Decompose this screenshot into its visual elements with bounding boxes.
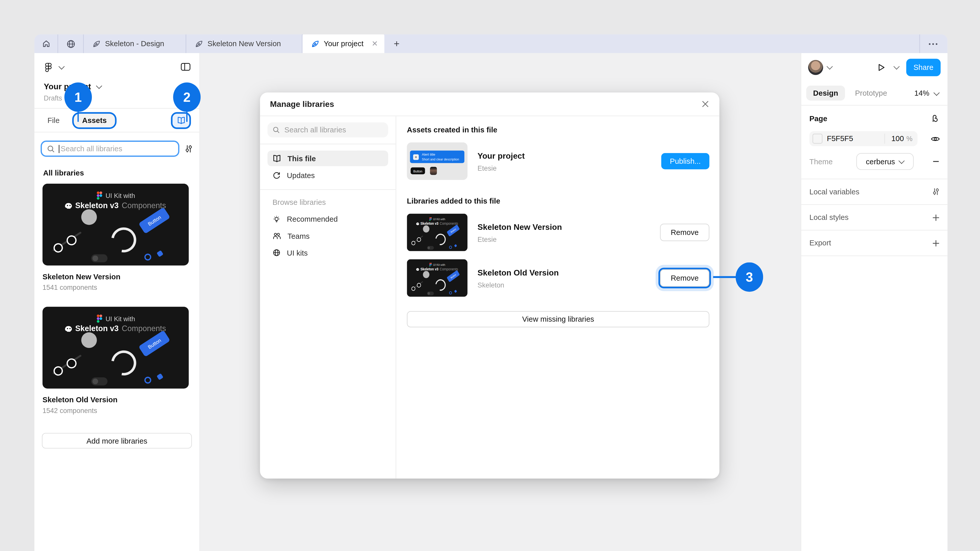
user-avatar[interactable] [808, 60, 823, 75]
nav-item-updates[interactable]: Updates [267, 167, 388, 183]
thumb-radio-shape [145, 377, 151, 384]
zoom-control[interactable]: 14% [915, 89, 942, 97]
figma-mini-logo-icon [96, 191, 102, 200]
thumb-spinner-shape [107, 222, 141, 257]
library-row-skeleton-old-version: UI Kit with Skeleton v3 Components Butto… [407, 259, 709, 297]
present-button[interactable] [877, 63, 886, 71]
filter-button[interactable] [184, 144, 193, 153]
variables-button[interactable] [932, 187, 940, 196]
library-card-skeleton-new-version[interactable]: UI Kit with Skeleton v3 Components Butto… [43, 184, 191, 291]
thumb-checkbox-shape [156, 373, 163, 380]
library-name: Skeleton New Version [477, 222, 650, 232]
close-icon [701, 100, 710, 108]
chevron-down-icon[interactable] [894, 64, 900, 70]
add-style-button[interactable] [932, 213, 940, 221]
view-missing-libraries-button[interactable]: View missing libraries [407, 311, 709, 327]
visibility-toggle[interactable] [931, 135, 940, 143]
local-styles-row[interactable]: Local styles [801, 205, 948, 230]
alert-description: Short and clear description [422, 157, 459, 161]
nav-item-ui-kits[interactable]: UI kits [267, 245, 388, 260]
figma-app: Skeleton - Design Skeleton New Version Y… [0, 0, 980, 551]
tab-design[interactable]: Design [806, 86, 845, 101]
nav-item-this-file[interactable]: This file [267, 151, 388, 166]
skull-icon [65, 202, 72, 209]
tab-your-project[interactable]: Your project ✕ [302, 35, 384, 53]
figma-logo-icon[interactable] [43, 62, 54, 72]
browse-heading: Browse libraries [272, 198, 388, 206]
thumb-slider-shape [51, 353, 83, 375]
libraries-heading: Libraries added to this file [407, 197, 709, 205]
thumb-avatar-shape [81, 209, 97, 225]
divider [801, 256, 948, 256]
tabbar-spacer [409, 35, 919, 53]
share-button[interactable]: Share [906, 59, 941, 76]
community-button[interactable] [58, 35, 83, 53]
thumb-brand-suffix: Components [122, 324, 166, 333]
project-owner: Etesie [477, 164, 651, 171]
plus-icon [932, 213, 940, 221]
export-row[interactable]: Export [801, 230, 948, 256]
text-cursor [59, 144, 59, 153]
people-icon [272, 232, 281, 240]
chevron-down-icon[interactable] [96, 83, 102, 89]
search-placeholder: Search all libraries [284, 125, 346, 134]
search-placeholder: Search all libraries [61, 144, 123, 153]
divider [885, 134, 885, 144]
local-variables-row[interactable]: Local variables [801, 179, 948, 204]
annotation-stem-3 [713, 276, 737, 278]
panel-toggle-icon[interactable] [181, 62, 191, 71]
new-tab-button[interactable]: + [384, 35, 409, 53]
chevron-down-icon[interactable] [59, 63, 65, 69]
remove-button[interactable]: Remove [660, 224, 709, 241]
home-icon [41, 39, 50, 48]
tab-assets[interactable]: Assets [74, 113, 115, 127]
close-tab-icon[interactable]: ✕ [372, 40, 378, 48]
nav-item-teams[interactable]: Teams [267, 228, 388, 244]
tab-prototype[interactable]: Prototype [855, 89, 887, 97]
sliders-icon [184, 144, 193, 153]
thumb-kit-line: UI Kit with [106, 315, 135, 322]
tab-file[interactable]: File [48, 116, 59, 124]
search-input[interactable]: Search all libraries [41, 141, 180, 157]
library-name: Skeleton Old Version [477, 268, 650, 277]
nav-item-recommended[interactable]: Recommended [267, 211, 388, 227]
remove-theme-button[interactable] [932, 157, 940, 165]
add-export-button[interactable] [932, 239, 940, 247]
library-name: Skeleton Old Version [43, 395, 191, 404]
tab-skeleton-new-version[interactable]: Skeleton New Version [186, 35, 302, 53]
figma-mini-logo-icon [429, 217, 431, 221]
nav-label: Teams [288, 231, 310, 240]
theme-dropdown[interactable]: cerberus [856, 153, 913, 170]
remove-button-highlighted[interactable]: Remove [660, 269, 709, 287]
color-swatch[interactable] [813, 134, 822, 144]
library-card-skeleton-old-version[interactable]: UI Kit with Skeleton v3 Components Butto… [43, 306, 191, 414]
styles-button[interactable] [931, 114, 940, 123]
refresh-icon [272, 171, 281, 179]
chevron-down-icon[interactable] [827, 64, 833, 70]
plus-icon [932, 239, 940, 247]
library-thumbnail: UI Kit with Skeleton v3 Components Butto… [407, 214, 468, 251]
tab-skeleton-design[interactable]: Skeleton - Design [84, 35, 186, 53]
dialog-search-input[interactable]: Search all libraries [267, 122, 388, 138]
publish-button[interactable]: Publish... [661, 153, 710, 169]
close-dialog-button[interactable] [701, 100, 710, 108]
annotation-badge-2: 2 [173, 83, 200, 112]
library-thumbnail: UI Kit with Skeleton v3 Components Butto… [407, 259, 468, 297]
page-fill-control[interactable]: F5F5F5 100 % [809, 131, 918, 146]
button-component: Button [410, 167, 425, 174]
chevron-down-icon [899, 158, 905, 164]
right-sidebar: Share Design Prototype 14% Page [800, 53, 948, 551]
home-button[interactable] [35, 35, 58, 53]
add-more-libraries-button[interactable]: Add more libraries [42, 433, 192, 448]
thumb-button-shape: Button [138, 330, 170, 357]
theme-label: Theme [809, 157, 832, 166]
search-icon [47, 144, 55, 153]
annotation-badge-3: 3 [735, 262, 763, 292]
skull-icon [65, 325, 72, 332]
fill-opacity-value[interactable]: 100 [891, 135, 904, 143]
globe-icon [272, 249, 281, 257]
fill-hex-value[interactable]: F5F5F5 [827, 135, 885, 143]
fill-opacity-unit: % [907, 135, 913, 142]
theme-value: cerberus [866, 157, 895, 166]
window-menu-button[interactable]: ••• [920, 35, 948, 53]
